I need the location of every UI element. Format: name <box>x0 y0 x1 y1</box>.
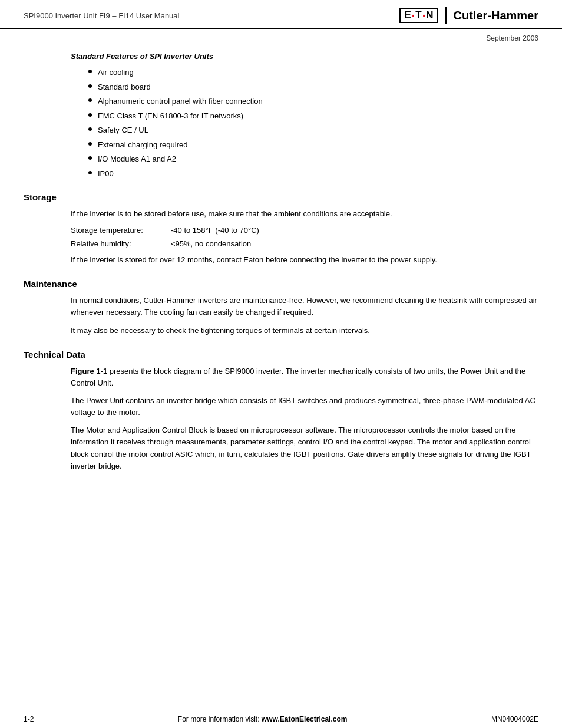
features-list: Air cooling Standard board Alphanumeric … <box>88 67 538 179</box>
technical-content: Figure 1-1 presents the block diagram of… <box>71 365 538 472</box>
main-content: Standard Features of SPI Inverter Units … <box>0 42 562 710</box>
list-item: I/O Modules A1 and A2 <box>88 153 538 165</box>
bullet-dot <box>88 113 92 117</box>
bullet-dot <box>88 98 92 102</box>
list-item-text: I/O Modules A1 and A2 <box>98 153 176 165</box>
maintenance-heading: Maintenance <box>24 279 538 289</box>
technical-para1-rest: presents the block diagram of the SPI900… <box>71 367 525 387</box>
list-item-text: Air cooling <box>98 67 134 78</box>
storage-humidity-value: <95%, no condensation <box>171 239 251 248</box>
storage-humidity-line: Relative humidity: <95%, no condensation <box>71 239 538 248</box>
page-number: 1-2 <box>24 715 34 723</box>
storage-temp-value: -40 to 158°F (-40 to 70°C) <box>171 226 259 235</box>
list-item: Air cooling <box>88 67 538 78</box>
technical-para3: The Motor and Application Control Block … <box>71 424 538 472</box>
maintenance-section: Maintenance In normal conditions, Cutler… <box>24 279 538 336</box>
features-section: Standard Features of SPI Inverter Units … <box>24 52 538 179</box>
footer-pre-text: For more information visit: <box>178 715 262 723</box>
list-item: Standard board <box>88 81 538 93</box>
bullet-dot <box>88 142 92 146</box>
storage-heading: Storage <box>24 192 538 202</box>
brand-name: Cutler-Hammer <box>454 9 538 22</box>
bullet-dot <box>88 84 92 88</box>
technical-heading: Technical Data <box>24 350 538 360</box>
storage-para2: If the inverter is stored for over 12 mo… <box>71 254 538 266</box>
list-item: Alphanumeric control panel with fiber co… <box>88 95 538 107</box>
features-title: Standard Features of SPI Inverter Units <box>71 52 538 61</box>
date-line: September 2006 <box>0 29 562 42</box>
eaton-logo: E·T·N <box>399 8 438 23</box>
list-item-text: Safety CE / UL <box>98 124 148 136</box>
document-number: MN04004002E <box>491 715 538 723</box>
technical-para1: Figure 1-1 presents the block diagram of… <box>71 365 538 389</box>
list-item: External charging required <box>88 139 538 151</box>
maintenance-para2: It may also be necessary to check the ti… <box>71 325 538 337</box>
technical-para2: The Power Unit contains an inverter brid… <box>71 395 538 419</box>
footer-center: For more information visit: www.EatonEle… <box>178 715 348 723</box>
page-footer: 1-2 For more information visit: www.Eato… <box>0 710 562 728</box>
storage-para1: If the inverter is to be stored before u… <box>71 208 538 220</box>
maintenance-content: In normal conditions, Cutler-Hammer inve… <box>71 295 538 336</box>
storage-humidity-label: Relative humidity: <box>71 239 171 248</box>
list-item-text: Alphanumeric control panel with fiber co… <box>98 95 263 107</box>
publication-date: September 2006 <box>486 34 538 42</box>
bullet-dot <box>88 70 92 73</box>
list-item: Safety CE / UL <box>88 124 538 136</box>
bullet-dot <box>88 171 92 174</box>
logo-area: E·T·N Cutler-Hammer <box>399 7 538 24</box>
storage-section: Storage If the inverter is to be stored … <box>24 192 538 266</box>
bullet-dot <box>88 127 92 131</box>
logo-divider <box>445 7 447 24</box>
list-item-text: External charging required <box>98 139 187 151</box>
list-item: IP00 <box>88 168 538 180</box>
manual-title: SPI9000 Inverter Unit FI9 – FI14 User Ma… <box>24 11 179 20</box>
storage-temp-line: Storage temperature: -40 to 158°F (-40 t… <box>71 226 538 235</box>
page-header: SPI9000 Inverter Unit FI9 – FI14 User Ma… <box>0 0 562 29</box>
storage-temp-label: Storage temperature: <box>71 226 171 235</box>
figure-reference: Figure 1-1 <box>71 367 107 375</box>
technical-section: Technical Data Figure 1-1 presents the b… <box>24 350 538 472</box>
list-item-text: Standard board <box>98 81 151 93</box>
list-item-text: EMC Class T (EN 61800-3 for IT networks) <box>98 110 243 122</box>
footer-website: www.EatonElectrical.com <box>262 715 348 723</box>
bullet-dot <box>88 156 92 160</box>
maintenance-para1: In normal conditions, Cutler-Hammer inve… <box>71 295 538 318</box>
list-item: EMC Class T (EN 61800-3 for IT networks) <box>88 110 538 122</box>
storage-content: If the inverter is to be stored before u… <box>71 208 538 266</box>
list-item-text: IP00 <box>98 168 114 180</box>
